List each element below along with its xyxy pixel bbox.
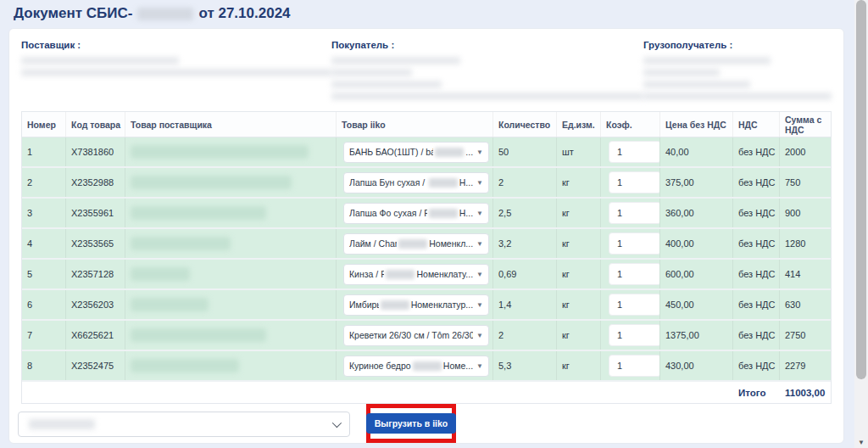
iiko-product-select[interactable]: Куриное бедро / Đùi gà ( Номе... ▼ — [343, 356, 489, 377]
items-table: Номер Код товара Товар поставщика Товар … — [21, 111, 832, 404]
redacted-doc-number — [137, 8, 193, 20]
redacted-text — [331, 81, 442, 88]
redacted-text — [643, 92, 832, 100]
redacted-supplier-product — [131, 267, 190, 281]
redacted-supplier-product — [131, 328, 266, 342]
cell-iiko: Имбирь / Gừng ( Номенклатур... ▼ — [337, 290, 493, 319]
cell-quantity: 50 — [493, 137, 557, 166]
dropdown-caret-icon: ▼ — [473, 179, 483, 187]
cell-supplier — [125, 168, 337, 197]
col-number: Номер — [22, 112, 66, 137]
cell-code: X7381860 — [66, 137, 125, 166]
cell-coef — [601, 199, 660, 227]
cell-number: 3 — [22, 199, 66, 227]
redacted-text — [643, 69, 720, 76]
cell-code: X2353565 — [66, 229, 125, 258]
cell-vat: без НДС — [733, 260, 780, 288]
iiko-product-select[interactable]: Имбирь / Gừng ( Номенклатур... ▼ — [343, 294, 489, 316]
parties-section: Поставщик : Покупатель : Грузополучатель… — [9, 29, 843, 111]
cell-coef — [601, 137, 660, 166]
dropdown-caret-icon: ▼ — [473, 301, 483, 309]
iiko-product-label-tail: Номе... — [443, 361, 473, 371]
cell-unit: кг — [557, 290, 601, 319]
redacted-text — [331, 69, 412, 76]
supplier-block: Поставщик : — [21, 40, 331, 111]
dropdown-caret-icon: ▼ — [473, 271, 483, 278]
iiko-product-label-tail: Номенклатур... — [411, 300, 473, 310]
coefficient-input[interactable] — [609, 232, 660, 255]
cell-quantity: 2 — [493, 321, 557, 350]
redacted-supplier-product — [131, 298, 209, 311]
cell-quantity: 1,4 — [493, 290, 557, 319]
cell-number: 1 — [22, 137, 66, 166]
redacted-iiko-fragment — [435, 148, 464, 157]
cell-number: 5 — [22, 260, 66, 288]
cell-sum: 2279 — [780, 351, 831, 380]
cell-sum: 414 — [780, 260, 831, 288]
iiko-product-label-tail: Номенклату... — [416, 269, 473, 279]
redacted-iiko-fragment — [398, 239, 427, 249]
redacted-iiko-fragment — [429, 178, 458, 188]
cell-supplier — [125, 260, 337, 288]
consignee-label: Грузополучатель : — [643, 40, 832, 50]
iiko-product-select[interactable]: Креветки 26/30 см / Tôm 26/30 đôn... ▼ — [343, 325, 489, 346]
coefficient-input[interactable] — [609, 263, 660, 285]
cell-supplier — [125, 351, 337, 380]
table-row: 4 X2353565 Лайм / Chanh xanh ( Номенкл..… — [22, 229, 831, 260]
dropdown-caret-icon: ▼ — [473, 148, 483, 156]
cell-unit: кг — [557, 260, 601, 288]
title-date: от 27.10.2024 — [198, 5, 290, 22]
redacted-text — [331, 92, 643, 100]
total-row: Итого 11003,00 — [22, 382, 831, 403]
export-to-iiko-button[interactable]: Выгрузить в iiko — [366, 413, 457, 434]
total-label: Итого — [733, 388, 780, 398]
cell-sum: 630 — [780, 290, 831, 319]
cell-supplier — [125, 137, 337, 166]
vertical-scrollbar[interactable]: ▼ — [854, 0, 868, 448]
iiko-product-select[interactable]: Лайм / Chanh xanh ( Номенкл... ▼ — [343, 233, 489, 255]
coefficient-input[interactable] — [609, 355, 660, 377]
cell-iiko: Кинза / Rau mùi ( Номенклату... ▼ — [337, 260, 493, 288]
cell-number: 7 — [22, 321, 66, 350]
coefficient-input[interactable] — [609, 171, 660, 193]
cell-vat: без НДС — [733, 229, 780, 258]
title-prefix: Документ СБИС- — [14, 5, 132, 22]
col-coef: Коэф. — [601, 112, 660, 137]
chevron-down-icon — [332, 418, 342, 428]
redacted-text — [21, 57, 179, 64]
cell-number: 6 — [22, 290, 66, 319]
scrollbar-thumb[interactable] — [856, 0, 866, 379]
col-qty: Количество — [493, 112, 557, 137]
coefficient-input[interactable] — [609, 202, 660, 224]
footer-bar: Выгрузить в iiko — [18, 409, 832, 448]
cell-vat: без НДС — [733, 351, 780, 380]
iiko-product-select[interactable]: БАНЬ БАО(1ШТ) / bánh bao ( ... ▼ — [343, 142, 489, 163]
iiko-product-select[interactable]: Лапша Фо сухая / Phở khô ( Н... ▼ — [343, 203, 489, 224]
cell-code: X2357128 — [66, 260, 125, 288]
cell-sum: 2000 — [780, 137, 831, 166]
cell-vat: без НДС — [733, 290, 780, 319]
cell-quantity: 2 — [493, 168, 557, 197]
iiko-product-select[interactable]: Лапша Бун сухая / Bún khô ( Н... ▼ — [343, 172, 489, 193]
cell-coef — [601, 229, 660, 258]
coefficient-input[interactable] — [609, 294, 660, 316]
scroll-down-arrow-icon[interactable]: ▼ — [854, 439, 868, 446]
cell-supplier — [125, 321, 337, 350]
export-target-select[interactable] — [18, 412, 350, 437]
cell-supplier — [125, 199, 337, 227]
redacted-text — [331, 57, 460, 64]
cell-sum: 1280 — [780, 229, 831, 258]
page-title: Документ СБИС- от 27.10.2024 — [14, 5, 291, 22]
col-code: Код товара — [66, 112, 125, 137]
supplier-label: Поставщик : — [21, 40, 331, 50]
cell-coef — [601, 290, 660, 319]
cell-sum: 750 — [780, 168, 831, 197]
iiko-product-select[interactable]: Кинза / Rau mùi ( Номенклату... ▼ — [343, 264, 489, 285]
iiko-product-label-tail: Н... — [459, 208, 473, 218]
coefficient-input[interactable] — [609, 324, 660, 346]
iiko-product-label-tail: Н... — [459, 177, 473, 188]
cell-code: X2352475 — [66, 351, 125, 380]
coefficient-input[interactable] — [609, 141, 660, 163]
cell-quantity: 5,3 — [493, 351, 557, 380]
buyer-label: Покупатель : — [331, 40, 643, 50]
